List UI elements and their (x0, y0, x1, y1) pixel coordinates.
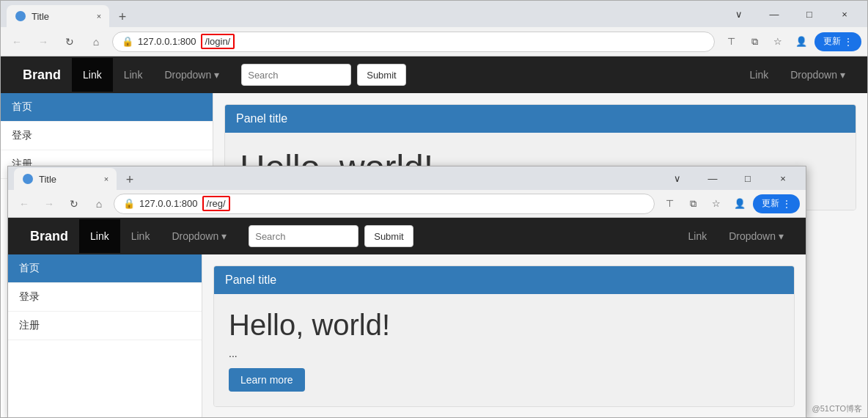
update-label-1: 更新 (823, 35, 841, 48)
home-btn-2[interactable]: ⌂ (89, 194, 109, 214)
navbar-submit-2[interactable]: Submit (364, 225, 413, 247)
update-dots-1: ⋮ (844, 37, 853, 47)
navbar-right-1: Link Dropdown ▾ (738, 58, 856, 92)
address-bar-row-2: ← → ↻ ⌂ 🔒 127.0.0.1:800/reg/ ⊤ ⧉ ☆ 👤 更新 … (8, 190, 806, 218)
watermark: @51CTO博客 (812, 403, 862, 414)
tab-2[interactable]: Title × (14, 168, 117, 190)
back-btn-1[interactable]: ← (7, 32, 27, 52)
update-btn-1[interactable]: 更新 ⋮ (814, 32, 861, 51)
bookmark-btn-1[interactable]: ☆ (768, 32, 788, 52)
ellipsis-2: ... (229, 348, 779, 359)
tab-title-1: Title (32, 11, 49, 22)
refresh-btn-2[interactable]: ↻ (64, 194, 84, 214)
forward-btn-1[interactable]: → (33, 32, 54, 52)
navbar-link-2-2[interactable]: Link (120, 219, 161, 253)
minimize-btn-2[interactable]: — (696, 166, 729, 190)
browser-window-2: Title × + ∨ — □ × ← → ↻ ⌂ 🔒 127.0.0.1:80… (7, 166, 806, 418)
lock-icon-2: 🔒 (123, 198, 135, 209)
navbar-dropdown-chevron-1: ▾ (214, 69, 219, 81)
navbar-right-dropdown-label-2: Dropdown (729, 230, 776, 242)
url-prefix-2: 127.0.0.1:800 (139, 198, 198, 209)
address-bar-1[interactable]: 🔒 127.0.0.1:800/login/ (112, 32, 715, 52)
navbar-1: Brand Link Link Dropdown ▾ Submit Link D… (1, 56, 867, 93)
address-bar-row-1: ← → ↻ ⌂ 🔒 127.0.0.1:800/login/ ⊤ ⧉ ☆ 👤 更… (1, 27, 867, 56)
profile-btn-2[interactable]: 👤 (729, 194, 750, 214)
tab-close-1[interactable]: × (93, 10, 105, 22)
panel-body-2: Hello, world! ... Learn more (214, 294, 794, 406)
forward-btn-2[interactable]: → (39, 194, 59, 214)
navbar-search-2[interactable] (249, 225, 358, 247)
update-label-2: 更新 (762, 197, 779, 210)
navbar-right-2: Link Dropdown ▾ (677, 219, 795, 253)
tab-title-2: Title (39, 174, 56, 185)
sidebar-item-login-1[interactable]: 登录 (1, 122, 213, 150)
back-btn-2[interactable]: ← (14, 194, 34, 214)
page-content-2: 首页 登录 注册 Panel title Hello, world! ... L… (8, 254, 806, 417)
translate-btn-2[interactable]: ⊤ (659, 194, 680, 214)
minimize-btn-1[interactable]: — (757, 2, 791, 26)
navbar-form-1: Submit (230, 56, 416, 93)
navbar-right-dropdown-1[interactable]: Dropdown ▾ (779, 58, 856, 92)
url-prefix-1: 127.0.0.1:800 (138, 36, 196, 47)
navbar-submit-1[interactable]: Submit (357, 64, 405, 86)
translate-btn-1[interactable]: ⊤ (721, 32, 741, 52)
navbar-right-dropdown-chevron-1: ▾ (840, 69, 845, 81)
bookmark-btn-2[interactable]: ☆ (706, 194, 727, 214)
refresh-btn-1[interactable]: ↻ (59, 32, 80, 52)
navbar-dropdown-2[interactable]: Dropdown ▾ (161, 219, 238, 253)
sidebar-item-home-2[interactable]: 首页 (8, 254, 202, 283)
url-highlight-1[interactable]: /login/ (201, 34, 235, 49)
home-btn-1[interactable]: ⌂ (86, 32, 106, 52)
update-btn-2[interactable]: 更新 ⋮ (753, 194, 800, 213)
navbar-link-active-1[interactable]: Link (72, 58, 113, 92)
chevron-btn-1[interactable]: ∨ (722, 2, 756, 26)
navbar-brand-2[interactable]: Brand (19, 218, 79, 255)
extensions-btn-2[interactable]: ⧉ (683, 194, 703, 214)
navbar-search-1[interactable] (241, 64, 351, 86)
navbar-right-link-1[interactable]: Link (738, 58, 779, 92)
close-btn-2[interactable]: × (766, 166, 800, 190)
navbar-dropdown-label-2: Dropdown (172, 230, 218, 242)
url-highlight-2[interactable]: /reg/ (202, 196, 230, 211)
tab-close-2[interactable]: × (100, 173, 112, 185)
sidebar-item-home-1[interactable]: 首页 (1, 93, 213, 122)
tab-area-2: Title × + (14, 166, 658, 190)
hello-world-2: Hello, world! (229, 309, 779, 342)
address-bar-2[interactable]: 🔒 127.0.0.1:800/reg/ (114, 194, 655, 214)
chevron-btn-2[interactable]: ∨ (661, 166, 694, 190)
profile-btn-1[interactable]: 👤 (791, 32, 812, 52)
navbar-2: Brand Link Link Dropdown ▾ Submit Link D… (8, 218, 806, 254)
tab-1[interactable]: Title × (7, 5, 109, 27)
panel-heading-1: Panel title (225, 105, 856, 133)
navbar-form-2: Submit (238, 218, 424, 254)
tab-favicon-2 (23, 174, 33, 184)
new-tab-btn-2[interactable]: + (119, 169, 140, 190)
address-bar-tools-1: ⊤ ⧉ ☆ 👤 更新 ⋮ (721, 32, 861, 52)
learn-more-btn-2[interactable]: Learn more (229, 368, 305, 392)
chrome-controls-2: ∨ — □ × (661, 166, 800, 190)
tab-favicon-1 (15, 11, 26, 21)
navbar-right-link-2[interactable]: Link (677, 219, 718, 253)
close-btn-1[interactable]: × (828, 2, 861, 26)
sidebar-item-register-2[interactable]: 注册 (8, 312, 202, 340)
panel-2: Panel title Hello, world! ... Learn more (213, 265, 795, 407)
extensions-btn-1[interactable]: ⧉ (744, 32, 765, 52)
navbar-link-2-1[interactable]: Link (113, 58, 154, 92)
update-dots-2: ⋮ (782, 199, 791, 209)
navbar-right-dropdown-2[interactable]: Dropdown ▾ (718, 219, 795, 253)
navbar-right-dropdown-label-1: Dropdown (790, 69, 837, 81)
chrome-titlebar-2: Title × + ∨ — □ × (8, 166, 806, 190)
new-tab-btn-1[interactable]: + (112, 7, 133, 27)
maximize-btn-1[interactable]: □ (792, 2, 826, 26)
maximize-btn-2[interactable]: □ (731, 166, 765, 190)
chrome-titlebar-1: Title × + ∨ — □ × (1, 1, 867, 27)
address-bar-tools-2: ⊤ ⧉ ☆ 👤 更新 ⋮ (659, 194, 800, 214)
panel-heading-2: Panel title (214, 266, 794, 294)
tab-area-1: Title × + (7, 1, 719, 27)
lock-icon-1: 🔒 (122, 36, 133, 47)
navbar-link-active-2[interactable]: Link (79, 219, 120, 253)
navbar-dropdown-1[interactable]: Dropdown ▾ (153, 58, 230, 92)
sidebar-item-login-2[interactable]: 登录 (8, 283, 202, 312)
navbar-right-dropdown-chevron-2: ▾ (779, 230, 784, 242)
navbar-brand-1[interactable]: Brand (12, 56, 72, 94)
